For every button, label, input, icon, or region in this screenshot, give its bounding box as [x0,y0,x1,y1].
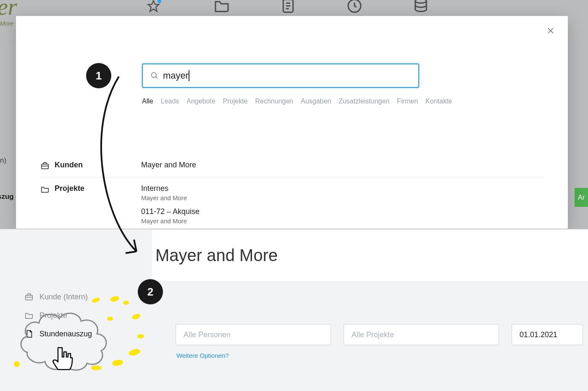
result-item-title: 011-72 – Akquise [141,207,543,216]
result-item-projekt[interactable]: 011-72 – Akquise Mayer and More [141,207,543,225]
tab-angebote[interactable]: Angebote [186,98,215,105]
sidenav-label: Projekte [39,311,67,320]
search-results: Kunden Mayer and More Projekte Internes … [40,154,543,231]
result-group-projekte-label: Projekte [40,184,129,225]
bg-sidebar-text-fragment: n) [0,156,6,165]
sidenav-item-kunde[interactable]: Kunde (Intern) [24,292,92,301]
page-background: er More n) szug Ar mayer Alle Leads A [0,0,588,391]
database-icon [412,0,429,14]
sidenav-label: Stundenauszug [39,330,92,338]
svg-rect-13 [26,295,33,300]
result-item-kunde[interactable]: Mayer and More [141,161,543,169]
sidenav-item-stundenauszug[interactable]: Stundenauszug [24,329,92,338]
page-lower: Mayer and More Kunde (Intern) Projekte S… [0,229,588,391]
bg-sidebar-text-fragment-2: szug [0,193,14,201]
result-item-subtitle: Mayer and More [141,217,543,225]
logo-sub-fragment: More [0,20,13,27]
search-input[interactable]: mayer [142,63,419,88]
result-group-kunden-label: Kunden [40,161,129,170]
top-nav-icons [147,0,429,14]
result-item-projekt[interactable]: Internes Mayer and More [141,184,543,201]
svg-marker-0 [148,0,159,11]
folder-icon [24,311,34,320]
tab-alle[interactable]: Alle [142,98,153,105]
tab-zusatz[interactable]: Zusatzleistungen [339,98,389,105]
folder-icon [213,0,230,14]
tab-ausgaben[interactable]: Ausgaben [301,98,331,105]
tab-projekte[interactable]: Projekte [223,98,248,105]
sidenav-item-projekte[interactable]: Projekte [24,311,92,320]
star-icon [147,0,164,14]
search-filter-tabs: Alle Leads Angebote Projekte Rechnungen … [142,98,452,105]
svg-line-10 [156,77,158,79]
filter-placeholder: Alle Projekte [352,330,394,339]
result-item-subtitle: Mayer and More [141,194,543,201]
filter-projects[interactable]: Alle Projekte [344,324,499,345]
filter-value: 01.01.2021 [520,330,557,339]
briefcase-icon [24,292,34,301]
briefcase-icon [40,161,50,170]
filter-placeholder: Alle Personen [184,330,231,339]
search-icon [150,71,159,80]
search-input-value: mayer [163,70,189,81]
result-group-kunden: Kunden Mayer and More [40,154,543,177]
filter-persons[interactable]: Alle Personen [176,324,331,345]
step-callout-1: 1 [86,63,111,88]
tab-rechnungen[interactable]: Rechnungen [255,98,294,105]
result-group-projekte: Projekte Internes Mayer and More 011-72 … [40,177,543,231]
svg-point-6 [415,0,427,3]
tab-leads[interactable]: Leads [161,98,179,105]
result-group-kunden-title: Kunden [55,161,83,169]
tab-firmen[interactable]: Firmen [397,98,418,105]
document-icon [24,329,34,338]
filter-date[interactable]: 01.01.2021 [512,324,583,345]
step-callout-2: 2 [138,279,163,304]
tab-kontakte[interactable]: Kontakte [425,98,452,105]
logo-text-fragment: er [0,0,17,20]
text-cursor [189,70,189,81]
document-icon [280,0,297,14]
svg-point-9 [152,73,157,78]
bg-green-button-fragment: Ar [575,188,588,207]
page-title: Mayer and More [155,246,278,265]
cursor-hand-icon [52,346,76,374]
side-nav: Kunde (Intern) Projekte Stundenauszug [24,292,92,338]
clock-icon [346,0,363,14]
more-options-link[interactable]: Weitere Optionen? [176,352,229,359]
page-title-bar: Mayer and More [152,229,588,282]
filter-row: Alle Personen Alle Projekte 01.01.2021 [176,324,588,345]
result-item-title: Mayer and More [141,161,543,169]
result-group-projekte-title: Projekte [55,184,84,193]
folder-icon [40,185,50,194]
search-modal: mayer Alle Leads Angebote Projekte Rechn… [16,16,568,229]
close-icon[interactable] [545,25,556,36]
result-item-title: Internes [141,184,543,193]
page-title-left-blank [0,229,152,282]
sidenav-label: Kunde (Intern) [39,293,88,301]
svg-rect-11 [42,164,49,169]
